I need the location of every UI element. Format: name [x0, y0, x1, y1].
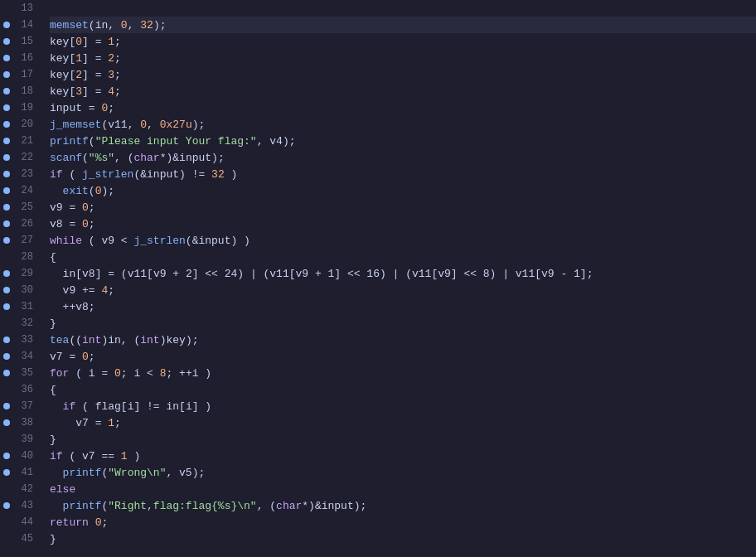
line-num-44: 44: [13, 516, 33, 528]
token-num: 0: [114, 367, 121, 380]
token-punct: (: [89, 19, 95, 31]
token-str: "Right,flag:flag{%s}\n": [108, 500, 256, 512]
token-str: "Wrong\n": [108, 467, 166, 479]
code-line-14: memset(in, 0, 32);: [50, 17, 756, 33]
token-punct: ] ): [192, 400, 211, 413]
token-punct: ;: [89, 301, 95, 313]
code-line-29: in[v8] = (v11[v9 + 2] << 24) | (v11[v9 +…: [50, 265, 756, 282]
breakpoint-22[interactable]: [0, 149, 13, 166]
breakpoint-36[interactable]: [0, 381, 13, 398]
code-line-27: while ( v9 < j_strlen(&input) ): [50, 232, 756, 249]
breakpoint-26[interactable]: [0, 216, 13, 232]
line-num-37: 37: [13, 400, 33, 412]
breakpoint-24[interactable]: [0, 182, 13, 199]
line-num-18: 18: [13, 85, 33, 97]
line-num-33: 33: [13, 334, 33, 346]
breakpoint-25[interactable]: [0, 199, 13, 216]
breakpoint-14[interactable]: [0, 17, 13, 33]
breakpoint-31[interactable]: [0, 298, 13, 315]
breakpoint-40[interactable]: [0, 448, 13, 464]
token-punct: ] =: [82, 36, 108, 48]
token-var: v9: [101, 235, 114, 247]
token-punct: ==: [95, 450, 121, 463]
token-punct: , (: [121, 334, 140, 346]
token-punct: [: [69, 85, 75, 98]
breakpoint-dot: [3, 237, 10, 244]
code-line-32: }: [50, 315, 756, 332]
token-num: 1: [108, 417, 114, 429]
breakpoint-41[interactable]: [0, 464, 13, 481]
token-var: v9: [296, 268, 309, 280]
code-line-21: printf("Please input Your flag:", v4);: [50, 133, 756, 149]
breakpoint-38[interactable]: [0, 414, 13, 431]
breakpoint-23[interactable]: [0, 166, 13, 182]
breakpoint-42[interactable]: [0, 481, 13, 497]
code-line-18: key[3] = 4;: [50, 83, 756, 99]
token-punct: ] =: [82, 52, 108, 65]
token-num: 0x27u: [160, 119, 192, 131]
breakpoint-dot: [3, 104, 10, 111]
token-var: v11: [128, 268, 147, 280]
breakpoint-30[interactable]: [0, 282, 13, 298]
code-line-24: exit(0);: [50, 182, 756, 199]
token-var: i: [133, 367, 140, 380]
breakpoint-28[interactable]: [0, 249, 13, 265]
token-punct: );: [192, 119, 206, 131]
token-num: 0: [101, 102, 108, 114]
breakpoint-45[interactable]: [0, 530, 13, 547]
token-kw: else: [50, 483, 75, 496]
token-var: key: [166, 334, 185, 346]
breakpoint-35[interactable]: [0, 365, 13, 381]
code-line-34: v7 = 0;: [50, 348, 756, 365]
breakpoint-dot: [3, 502, 10, 509]
token-punct: =: [89, 417, 108, 429]
breakpoint-15[interactable]: [0, 33, 13, 50]
code-line-38: v7 = 1;: [50, 414, 756, 431]
token-fn: memset: [50, 19, 89, 31]
breakpoint-33[interactable]: [0, 332, 13, 348]
breakpoint-19[interactable]: [0, 99, 13, 116]
breakpoint-dot: [3, 171, 10, 177]
token-num: 0: [82, 218, 89, 230]
breakpoint-dot: [3, 71, 10, 78]
token-punct: );: [153, 19, 167, 31]
token-punct: }: [50, 533, 56, 545]
token-var: in: [166, 400, 179, 413]
breakpoint-dot: [3, 453, 10, 459]
line-num-38: 38: [13, 417, 33, 429]
token-punct: [50, 400, 63, 413]
breakpoint-dot: [3, 287, 10, 293]
breakpoint-21[interactable]: [0, 133, 13, 149]
token-num: 0: [95, 185, 102, 197]
code-line-30: v9 += 4;: [50, 282, 756, 298]
token-var: v7: [75, 417, 89, 429]
breakpoint-column[interactable]: [0, 0, 13, 557]
breakpoint-dot: [3, 469, 10, 476]
token-punct: ;: [114, 85, 121, 98]
token-punct: ((: [69, 334, 82, 346]
token-punct: [: [431, 268, 438, 280]
token-num: 3: [108, 69, 114, 81]
token-punct: ,: [147, 119, 160, 131]
breakpoint-43[interactable]: [0, 497, 13, 514]
line-num-41: 41: [13, 467, 33, 478]
breakpoint-32[interactable]: [0, 315, 13, 332]
token-punct: [: [69, 52, 75, 65]
token-var: i: [192, 367, 199, 380]
breakpoint-dot: [3, 154, 10, 161]
breakpoint-20[interactable]: [0, 116, 13, 133]
breakpoint-dot: [3, 187, 10, 194]
breakpoint-34[interactable]: [0, 348, 13, 365]
breakpoint-27[interactable]: [0, 232, 13, 249]
breakpoint-17[interactable]: [0, 66, 13, 83]
breakpoint-13[interactable]: [0, 0, 13, 17]
breakpoint-44[interactable]: [0, 514, 13, 530]
breakpoint-39[interactable]: [0, 431, 13, 448]
code-line-43: printf("Right,flag:flag{%s}\n", (char*)&…: [50, 497, 756, 514]
token-kw: int: [82, 334, 101, 346]
breakpoint-18[interactable]: [0, 83, 13, 99]
breakpoint-29[interactable]: [0, 265, 13, 282]
breakpoint-37[interactable]: [0, 398, 13, 414]
breakpoint-16[interactable]: [0, 50, 13, 66]
token-fn: j_strlen: [82, 168, 133, 181]
